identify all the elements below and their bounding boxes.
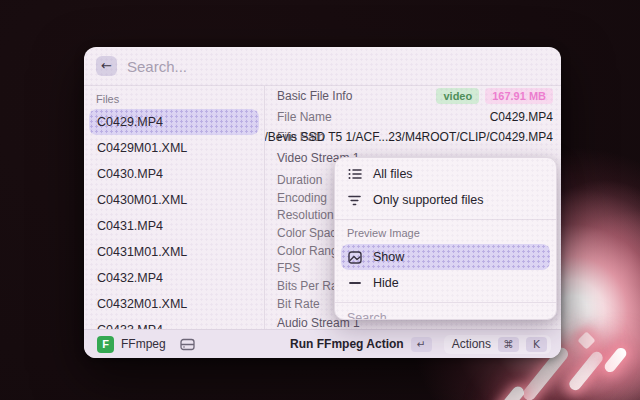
file-name: C0431.MP4: [97, 219, 163, 233]
actions-button[interactable]: Actions ⌘ K: [444, 335, 551, 354]
enter-key-badge: ↵: [411, 337, 432, 352]
menu-item-label: Only supported files: [373, 193, 483, 207]
menu-item[interactable]: Hide: [341, 270, 550, 296]
filter-icon: [347, 193, 362, 208]
desktop-background: ← Search... Files C0429.MP4 C0429M01.XML: [0, 0, 640, 400]
arrow-left-icon: ←: [101, 58, 112, 73]
file-name-value: C0429.MP4: [490, 109, 553, 125]
file-name: C0430M01.XML: [97, 193, 187, 207]
minus-icon: [347, 276, 362, 291]
file-list-item[interactable]: C0429.MP4: [89, 109, 259, 135]
search-input[interactable]: Search...: [127, 58, 187, 75]
light-streak: [602, 346, 628, 375]
list-icon: [347, 167, 362, 182]
preview-menu-items: Show: [335, 244, 556, 296]
file-size-badge: 167.91 MB: [485, 88, 553, 104]
app-name: FFmpeg: [121, 337, 166, 351]
ffmpeg-app-icon: F: [97, 336, 114, 353]
back-button[interactable]: ←: [96, 56, 117, 76]
preview-image-section-label: Preview Image: [347, 227, 544, 239]
cmd-key-badge: ⌘: [498, 337, 519, 352]
file-name: C0430.MP4: [97, 167, 163, 181]
menu-item[interactable]: All files: [341, 161, 550, 187]
file-list: C0429.MP4 C0429M01.XML C0430.MP4 C0430M0…: [84, 109, 264, 330]
dropdown-search-input[interactable]: Search...: [347, 311, 544, 320]
files-panel: Files C0429.MP4 C0429M01.XML C0430.MP4: [84, 85, 264, 330]
file-list-item[interactable]: C0431.MP4: [89, 213, 259, 239]
file-list-item[interactable]: C0429M01.XML: [89, 135, 259, 161]
file-path-value: /Volumes/Bevis SSD T5 1/ACF...23/M4ROOT/…: [265, 129, 553, 145]
image-icon: [347, 250, 362, 265]
drive-icon: [180, 338, 195, 351]
file-name: C0429M01.XML: [97, 141, 187, 155]
file-list-item[interactable]: C0430M01.XML: [89, 187, 259, 213]
file-name: C0432M01.XML: [97, 297, 187, 311]
file-list-item[interactable]: C0431M01.XML: [89, 239, 259, 265]
file-list-item[interactable]: C0432.MP4: [89, 265, 259, 291]
file-name-label: File Name: [277, 110, 332, 124]
files-panel-header: Files: [96, 93, 264, 105]
menu-divider: [335, 219, 556, 220]
file-type-badge: video: [436, 88, 479, 104]
actions-label: Actions: [452, 337, 491, 351]
menu-item[interactable]: Only supported files: [341, 187, 550, 213]
menu-item-label: Show: [373, 250, 404, 264]
basic-file-info-title: Basic File Info: [277, 89, 352, 103]
menu-divider: [335, 302, 556, 303]
file-badges: video 167.91 MB: [436, 88, 553, 104]
file-name: C0429.MP4: [97, 115, 163, 129]
run-ffmpeg-action-button[interactable]: Run FFmpeg Action: [290, 337, 404, 351]
filter-menu-items: All files: [335, 161, 556, 213]
k-key-badge: K: [526, 337, 547, 352]
file-list-item[interactable]: C0430.MP4: [89, 161, 259, 187]
menu-item-label: All files: [373, 167, 413, 181]
menu-item-label: Hide: [373, 276, 399, 290]
file-name: C0431M01.XML: [97, 245, 187, 259]
filter-dropdown-menu: All files: [334, 157, 557, 320]
file-name: C0432.MP4: [97, 271, 163, 285]
action-bar: F FFmpeg Run FFmpeg Action ↵ Actions ⌘ K: [84, 329, 561, 358]
file-list-item[interactable]: C0432M01.XML: [89, 291, 259, 317]
light-streak: [496, 384, 527, 400]
search-bar: ← Search...: [84, 47, 561, 86]
menu-item[interactable]: Show: [341, 244, 550, 270]
light-streak: [567, 349, 605, 392]
light-diamond: [577, 331, 595, 349]
